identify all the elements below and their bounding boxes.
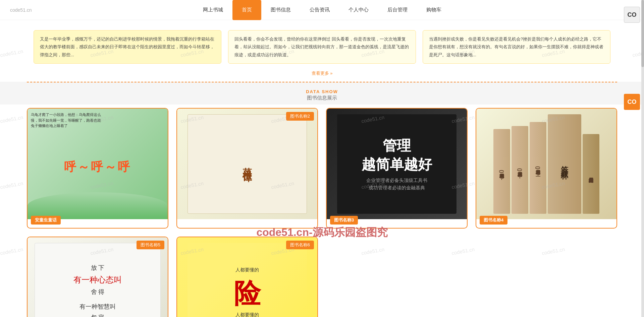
nav-item-home[interactable]: 首页 — [232, 0, 261, 20]
book4-art: 周易与珠林(下) 周易与珠林(中) 周易与珠林(上) 笠府珠林 周易与堪奥经典文 — [493, 114, 599, 214]
book3-art: 管理越简单越好 企业管理者必备头顶级工具书成功管理者必读的金融基典 — [337, 114, 456, 214]
data-show-zh-label: 图书信息展示 — [0, 95, 644, 101]
news-cards: 又是一年毕业季，感慨万千，还记的自己刚进学校那时候的情景，我拖着沉重的行李箱站在… — [0, 27, 644, 67]
book3-title: 管理越简单越好 — [362, 136, 432, 174]
book2-art: 菜根谭 — [187, 114, 307, 214]
books-section: code51.cn-源码乐园盗图究 乌龟才爬了一小段路，他想：乌龟爬得这么 慢，… — [0, 105, 644, 317]
scrollbar-thumb[interactable] — [641, 0, 644, 67]
book-label-6: 图书名称6 — [286, 241, 314, 249]
book-card-4[interactable]: 周易与珠林(下) 周易与珠林(中) 周易与珠林(上) 笠府珠林 周易与堪奥经典文 — [476, 108, 617, 229]
book-cover-3: 管理越简单越好 企业管理者必备头顶级工具书成功管理者必读的金融基典 — [327, 109, 467, 219]
book5-art: 放 下 有一种心态叫 舍 得 有一种智慧叫 包 容 — [35, 243, 161, 317]
nav-item-bookstore[interactable]: 网上书城 — [194, 0, 232, 20]
nav-item-personal[interactable]: 个人中心 — [339, 0, 378, 20]
user-avatar-secondary[interactable]: CO — [624, 94, 640, 110]
books-grid: 乌龟才爬了一小段路，他想：乌龟爬得这么 慢，我不如先睡一觉，等睡醒了，跑着也能 … — [27, 108, 617, 317]
book2-title: 菜根谭 — [241, 160, 254, 168]
book1-text: 乌龟才爬了一小段路，他想：乌龟爬得这么 慢，我不如先睡一觉，等睡醒了，跑着也能 … — [31, 112, 164, 129]
news-card-2: 回头看看，你会不会发现，曾经的你在这里摔倒过 回头看看，你是否发现，一次次地重复… — [228, 30, 416, 64]
news-card-3: 当遇到挫折或失败，你是看见失败还是看见机会?挫折是我们每个人成长的必经之路，它不… — [423, 30, 610, 64]
navbar: code51.cn 网上书城 首页 图书信息 公告资讯 个人中心 后台管理 购物… — [0, 0, 644, 20]
news-card-1: 又是一年毕业季，感慨万千，还记的自己刚进学校那时候的情景，我拖着沉重的行李箱站在… — [34, 30, 221, 64]
data-show-header: DATA SHOW 图书信息展示 — [0, 82, 644, 105]
book-card-1[interactable]: 乌龟才爬了一小段路，他想：乌龟爬得这么 慢，我不如先睡一觉，等睡醒了，跑着也能 … — [27, 108, 168, 229]
book3-subtitle: 企业管理者必备头顶级工具书成功管理者必读的金融基典 — [366, 177, 427, 192]
book-cover-2: 菜根谭 — [177, 109, 317, 219]
book-card-2[interactable]: 菜根谭 图书名称2 — [176, 108, 318, 229]
book1-grass — [28, 192, 168, 219]
books-wrapper: code51.cn-源码乐园盗图究 乌龟才爬了一小段路，他想：乌龟爬得这么 慢，… — [27, 108, 617, 317]
news-see-more[interactable]: 查看更多 — [0, 67, 644, 82]
nav-item-news[interactable]: 公告资讯 — [300, 0, 339, 20]
data-show-en-label: DATA SHOW — [0, 89, 644, 94]
book-card-3[interactable]: 管理越简单越好 企业管理者必备头顶级工具书成功管理者必读的金融基典 图书名称3 — [326, 108, 468, 229]
book-cover-4: 周易与珠林(下) 周易与珠林(中) 周易与珠林(上) 笠府珠林 周易与堪奥经典文 — [476, 109, 616, 219]
book6-art: 人都要懂的 险 人都要懂的 — [187, 243, 307, 317]
book-card-5[interactable]: 放 下 有一种心态叫 舍 得 有一种智慧叫 包 容 图书名称5 — [27, 237, 168, 317]
navbar-logo: code51.cn — [10, 7, 32, 13]
nav-item-bookinfo[interactable]: 图书信息 — [261, 0, 300, 20]
scrollbar[interactable] — [641, 0, 644, 317]
book1-title: 呼～呼～呼 — [64, 159, 131, 175]
book-card-6[interactable]: 人都要懂的 险 人都要懂的 图书名称6 — [176, 237, 318, 317]
book1-art: 乌龟才爬了一小段路，他想：乌龟爬得这么 慢，我不如先睡一觉，等睡醒了，跑着也能 … — [28, 109, 168, 219]
book-label-4: 图书名称4 — [480, 216, 507, 225]
nav-item-cart[interactable]: 购物车 — [417, 0, 451, 20]
user-avatar-top[interactable]: CO — [624, 7, 640, 23]
book-label-3: 图书名称3 — [330, 216, 358, 225]
navbar-nav: 网上书城 首页 图书信息 公告资讯 个人中心 后台管理 购物车 — [194, 0, 451, 20]
book-cover-1: 乌龟才爬了一小段路，他想：乌龟爬得这么 慢，我不如先睡一觉，等睡醒了，跑着也能 … — [28, 109, 168, 219]
book-label-1: 安童生童话 — [31, 216, 61, 225]
book-label-5: 图书名称5 — [137, 241, 164, 249]
news-section: 又是一年毕业季，感慨万千，还记的自己刚进学校那时候的情景，我拖着沉重的行李箱站在… — [0, 20, 644, 82]
nav-item-admin[interactable]: 后台管理 — [378, 0, 417, 20]
book-label-2: 图书名称2 — [286, 112, 314, 121]
